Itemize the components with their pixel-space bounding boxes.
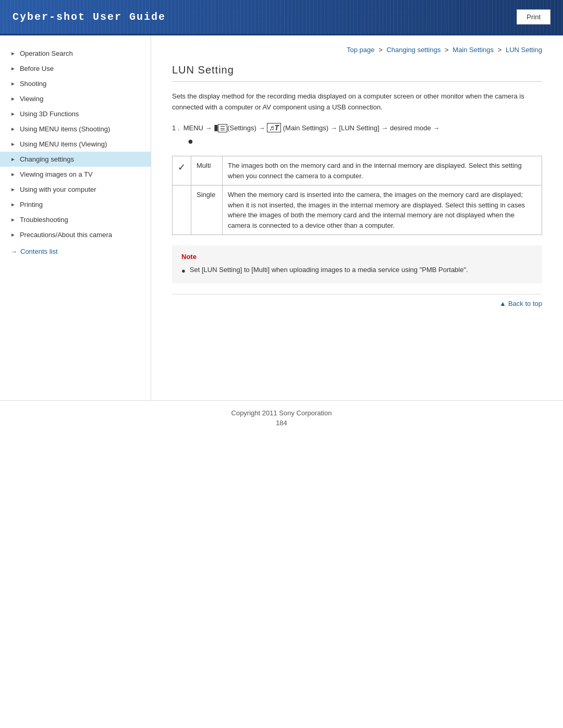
page-description: Sets the display method for the recordin… xyxy=(172,91,542,113)
arrow-icon: ► xyxy=(10,96,16,102)
arrow-icon: ► xyxy=(10,232,16,238)
step-1: 1 . MENU → ▮☰(Settings) → ♬T (Main Setti… xyxy=(172,121,542,149)
sidebar-item-shooting[interactable]: ► Shooting xyxy=(0,76,151,91)
multi-description-cell: The images both on the memory card and i… xyxy=(223,156,542,186)
sidebar-item-troubleshooting[interactable]: ► Troubleshooting xyxy=(0,212,151,227)
note-item: ● Set [LUN Setting] to [Multi] when uplo… xyxy=(181,265,533,276)
sidebar-item-menu-viewing[interactable]: ► Using MENU items (Viewing) xyxy=(0,137,151,152)
arrow-icon: ► xyxy=(10,217,16,223)
sidebar-item-menu-shooting[interactable]: ► Using MENU items (Shooting) xyxy=(0,121,151,137)
settings-table: ✓ Multi The images both on the memory ca… xyxy=(172,156,542,235)
sidebar: ► Operation Search ► Before Use ► Shooti… xyxy=(0,35,151,400)
note-text: Set [LUN Setting] to [Multi] when upload… xyxy=(190,265,468,275)
multi-icon-cell: ✓ xyxy=(173,156,191,186)
arrow-icon: ► xyxy=(10,51,16,56)
breadcrumb-lun-setting[interactable]: LUN Setting xyxy=(506,46,542,54)
app-title: Cyber-shot User Guide xyxy=(13,11,166,23)
arrow-icon: ► xyxy=(10,81,16,87)
single-description-cell: When the memory card is inserted into th… xyxy=(223,186,542,235)
note-title: Note xyxy=(181,253,533,261)
sidebar-item-using-computer[interactable]: ► Using with your computer xyxy=(0,182,151,197)
arrow-icon: ► xyxy=(10,171,16,177)
arrow-icon: ► xyxy=(10,187,16,192)
note-box: Note ● Set [LUN Setting] to [Multi] when… xyxy=(172,245,542,283)
footer: Copyright 2011 Sony Corporation 184 xyxy=(0,400,563,435)
page-number: 184 xyxy=(8,419,555,427)
sidebar-item-printing[interactable]: ► Printing xyxy=(0,197,151,212)
sidebar-item-precautions[interactable]: ► Precautions/About this camera xyxy=(0,227,151,242)
sidebar-item-before-use[interactable]: ► Before Use xyxy=(0,61,151,76)
header: Cyber-shot User Guide Print xyxy=(0,0,563,35)
print-button[interactable]: Print xyxy=(517,9,550,24)
single-icon-cell xyxy=(173,186,191,235)
breadcrumb: Top page > Changing settings > Main Sett… xyxy=(172,46,542,54)
back-to-top-link[interactable]: ▲Back to top xyxy=(499,300,542,307)
sidebar-item-3d-functions[interactable]: ► Using 3D Functions xyxy=(0,106,151,121)
main-content: Top page > Changing settings > Main Sett… xyxy=(151,35,563,326)
arrow-icon: ► xyxy=(10,126,16,132)
arrow-icon: ► xyxy=(10,141,16,147)
table-row: ✓ Multi The images both on the memory ca… xyxy=(173,156,542,186)
sidebar-item-viewing[interactable]: ► Viewing xyxy=(0,91,151,106)
sidebar-item-viewing-tv[interactable]: ► Viewing images on a TV xyxy=(0,167,151,182)
table-row: Single When the memory card is inserted … xyxy=(173,186,542,235)
page-title: LUN Setting xyxy=(172,64,542,82)
note-bullet-icon: ● xyxy=(181,266,186,276)
triangle-icon: ▲ xyxy=(499,300,506,307)
back-to-top-row: ▲Back to top xyxy=(172,294,542,316)
arrow-icon: ► xyxy=(10,66,16,71)
contents-list-link[interactable]: → Contents list xyxy=(0,242,151,261)
sidebar-item-changing-settings[interactable]: ► Changing settings xyxy=(0,152,151,167)
arrow-icon: ► xyxy=(10,111,16,117)
copyright: Copyright 2011 Sony Corporation xyxy=(8,409,555,417)
main-layout: ► Operation Search ► Before Use ► Shooti… xyxy=(0,35,563,400)
breadcrumb-main-settings[interactable]: Main Settings xyxy=(452,46,494,54)
arrow-right-icon: → xyxy=(10,248,17,255)
arrow-icon: ► xyxy=(10,156,16,162)
arrow-icon: ► xyxy=(10,202,16,207)
breadcrumb-top-page[interactable]: Top page xyxy=(347,46,375,54)
breadcrumb-changing-settings[interactable]: Changing settings xyxy=(386,46,440,54)
single-label-cell: Single xyxy=(191,186,223,235)
multi-label-cell: Multi xyxy=(191,156,223,186)
sidebar-item-operation-search[interactable]: ► Operation Search xyxy=(0,46,151,61)
